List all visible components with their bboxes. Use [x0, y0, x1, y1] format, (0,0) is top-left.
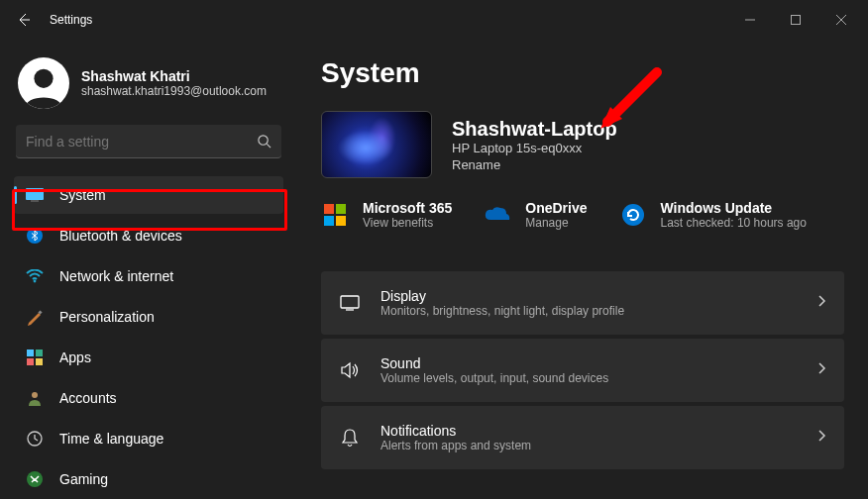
svg-rect-10	[27, 358, 34, 365]
accounts-icon	[26, 389, 44, 407]
sidebar-item-label: Apps	[59, 349, 91, 365]
service-onedrive[interactable]: OneDrive Manage	[484, 200, 587, 230]
back-arrow-icon	[16, 12, 32, 28]
personalization-icon	[26, 308, 44, 326]
profile-name: Shashwat Khatri	[81, 68, 267, 84]
sidebar-item-personalization[interactable]: Personalization	[14, 298, 283, 336]
nav-list: System Bluetooth & devices Network & int…	[14, 176, 283, 498]
chevron-right-icon	[816, 361, 826, 379]
titlebar: Settings	[0, 0, 868, 40]
sidebar-item-label: Accounts	[59, 390, 117, 406]
setting-notifications[interactable]: Notifications Alerts from apps and syste…	[321, 406, 844, 469]
profile-email: shashwat.khatri1993@outlook.com	[81, 84, 267, 98]
maximize-icon	[791, 15, 801, 25]
rename-link[interactable]: Rename	[452, 157, 617, 172]
sidebar-item-label: System	[59, 187, 106, 203]
svg-point-1	[34, 69, 53, 88]
device-model: HP Laptop 15s-eq0xxx	[452, 141, 617, 155]
sidebar: Shashwat Khatri shashwat.khatri1993@outl…	[0, 40, 297, 499]
setting-display[interactable]: Display Monitors, brightness, night ligh…	[321, 271, 844, 335]
services-row: Microsoft 365 View benefits OneDrive Man…	[321, 200, 844, 248]
maximize-button[interactable]	[773, 0, 818, 40]
sidebar-item-apps[interactable]: Apps	[14, 339, 283, 376]
search-icon	[257, 134, 271, 149]
close-icon	[836, 15, 846, 25]
ms365-icon	[321, 201, 349, 229]
svg-rect-4	[31, 200, 39, 202]
svg-point-12	[32, 392, 38, 398]
minimize-icon	[745, 15, 755, 25]
settings-list: Display Monitors, brightness, night ligh…	[321, 271, 844, 469]
svg-point-2	[259, 136, 268, 145]
bluetooth-icon	[26, 227, 44, 245]
minimize-button[interactable]	[727, 0, 773, 40]
setting-sub: Volume levels, output, input, sound devi…	[380, 371, 608, 385]
setting-sub: Monitors, brightness, night light, displ…	[380, 304, 624, 318]
sidebar-item-label: Bluetooth & devices	[59, 228, 182, 244]
service-title: OneDrive	[525, 200, 587, 216]
sidebar-item-label: Network & internet	[59, 268, 173, 284]
svg-point-6	[34, 280, 37, 283]
window-controls	[727, 0, 864, 40]
update-icon	[619, 201, 647, 229]
onedrive-icon	[484, 201, 511, 229]
service-sub: View benefits	[363, 216, 452, 230]
system-icon	[26, 186, 44, 204]
setting-title: Notifications	[380, 423, 531, 439]
chevron-right-icon	[816, 294, 826, 312]
service-ms365[interactable]: Microsoft 365 View benefits	[321, 200, 452, 230]
setting-title: Display	[380, 288, 624, 304]
gaming-icon	[26, 470, 44, 488]
sidebar-item-bluetooth[interactable]: Bluetooth & devices	[14, 217, 283, 254]
setting-sound[interactable]: Sound Volume levels, output, input, soun…	[321, 339, 844, 402]
setting-sub: Alerts from apps and system	[380, 439, 531, 452]
time-icon	[26, 430, 44, 448]
display-icon	[339, 295, 361, 311]
device-block: Shashwat-Laptop HP Laptop 15s-eq0xxx Ren…	[321, 111, 844, 178]
service-sub: Manage	[525, 216, 587, 230]
setting-title: Sound	[380, 355, 608, 371]
sidebar-item-label: Personalization	[59, 309, 155, 325]
sidebar-item-system[interactable]: System	[14, 176, 283, 214]
apps-icon	[26, 349, 44, 366]
avatar-placeholder-icon	[21, 63, 66, 109]
main-panel: System Shashwat-Laptop HP Laptop 15s-eq0…	[297, 40, 868, 499]
sidebar-item-label: Time & language	[59, 431, 163, 447]
back-button[interactable]	[4, 0, 44, 40]
service-sub: Last checked: 10 hours ago	[661, 216, 807, 230]
svg-rect-18	[336, 216, 346, 226]
chevron-right-icon	[816, 429, 826, 447]
svg-rect-11	[36, 358, 43, 365]
device-wallpaper-thumbnail[interactable]	[321, 111, 432, 178]
wifi-icon	[26, 267, 44, 285]
window-title: Settings	[50, 13, 92, 27]
sound-icon	[339, 361, 361, 379]
device-name: Shashwat-Laptop	[452, 118, 617, 141]
sidebar-item-network[interactable]: Network & internet	[14, 257, 283, 295]
profile-block[interactable]: Shashwat Khatri shashwat.khatri1993@outl…	[14, 50, 283, 125]
svg-rect-9	[36, 349, 43, 356]
search-input[interactable]	[26, 134, 257, 150]
close-button[interactable]	[818, 0, 864, 40]
svg-rect-16	[336, 204, 346, 214]
sidebar-item-time[interactable]: Time & language	[14, 420, 283, 457]
notifications-icon	[339, 428, 361, 448]
sidebar-item-accounts[interactable]: Accounts	[14, 379, 283, 417]
svg-rect-20	[341, 296, 359, 308]
svg-rect-0	[792, 16, 801, 25]
search-box[interactable]	[16, 125, 281, 158]
service-title: Microsoft 365	[363, 200, 452, 216]
page-title: System	[321, 57, 844, 89]
svg-rect-17	[324, 216, 334, 226]
svg-rect-15	[324, 204, 334, 214]
svg-point-19	[622, 204, 644, 226]
svg-rect-8	[27, 349, 34, 356]
sidebar-item-gaming[interactable]: Gaming	[14, 460, 283, 498]
svg-rect-3	[26, 188, 44, 200]
service-title: Windows Update	[661, 200, 807, 216]
avatar	[18, 57, 69, 109]
sidebar-item-label: Gaming	[59, 471, 108, 487]
service-windows-update[interactable]: Windows Update Last checked: 10 hours ag…	[619, 200, 807, 230]
